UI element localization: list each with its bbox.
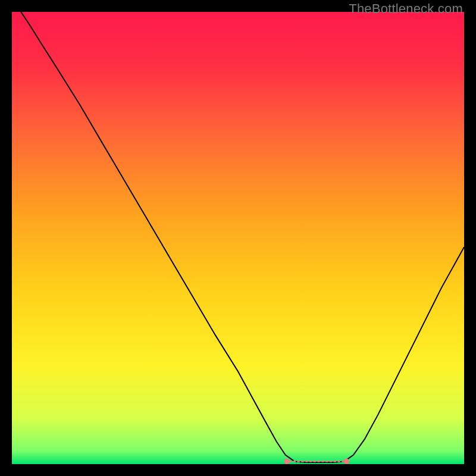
svg-rect-11 [325,461,328,462]
svg-rect-13 [333,461,336,462]
svg-point-1 [344,459,349,464]
svg-rect-4 [297,461,300,462]
svg-rect-15 [342,461,345,462]
svg-rect-14 [337,461,340,462]
svg-point-0 [284,459,289,464]
svg-rect-5 [301,461,304,462]
watermark-text: TheBottleneck.com [349,1,463,17]
svg-rect-7 [309,461,312,462]
svg-rect-9 [317,461,320,462]
svg-rect-10 [321,461,324,462]
svg-rect-6 [305,461,308,462]
chart-frame [12,12,464,464]
svg-rect-3 [293,461,296,462]
svg-rect-8 [313,461,316,462]
chart-svg [12,12,464,464]
svg-rect-2 [289,461,292,462]
svg-rect-12 [330,461,333,462]
gradient-background [12,12,464,464]
